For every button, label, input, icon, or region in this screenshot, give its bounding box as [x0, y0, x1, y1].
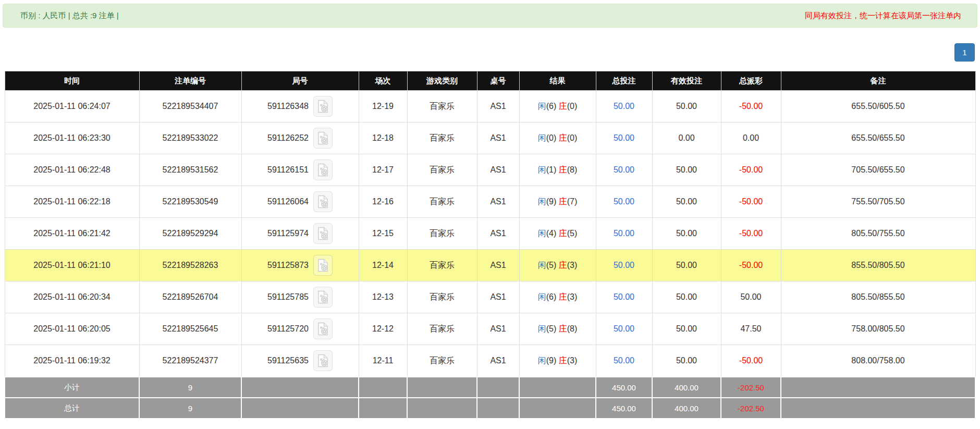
- player-result-score: (6): [546, 292, 557, 301]
- table-row: 2025-01-11 06:22:48 522189531562 5911261…: [5, 154, 975, 186]
- video-replay-button[interactable]: [313, 191, 333, 212]
- table-row: 2025-01-11 06:19:32 522189524377 5911256…: [5, 345, 975, 377]
- col-header-bet-id: 注单编号: [139, 71, 241, 91]
- subtotal-empty-cell: [781, 377, 975, 398]
- subtotal-empty-cell: [359, 377, 407, 398]
- player-result-label: 闲: [538, 229, 546, 238]
- total-bet-link[interactable]: 50.00: [614, 356, 634, 365]
- total-bet-link[interactable]: 50.00: [614, 165, 634, 174]
- cell-total-bet: 50.00: [596, 91, 652, 122]
- cell-valid-bet: 50.00: [652, 345, 721, 377]
- grand-total-row: 总计 9 450.00 400.00 -202.50: [5, 398, 975, 419]
- subtotal-valid-bet: 400.00: [652, 377, 721, 398]
- video-replay-button[interactable]: [313, 287, 333, 308]
- cell-remark: 855.50/805.50: [781, 250, 975, 281]
- cell-valid-bet: 50.00: [652, 186, 721, 218]
- subtotal-empty-cell: [519, 377, 596, 398]
- currency-total-text: 币别 : 人民币 | 总共 :9 注单 |: [20, 11, 119, 21]
- banker-result-label: 庄: [559, 229, 567, 238]
- cell-valid-bet: 50.00: [652, 281, 721, 313]
- player-result-label: 闲: [538, 324, 546, 333]
- cell-time: 2025-01-11 06:23:30: [5, 122, 139, 154]
- cell-time: 2025-01-11 06:22:18: [5, 186, 139, 218]
- banker-result-score: (3): [567, 356, 578, 365]
- cell-result: 闲(5) 庄(8): [519, 313, 596, 345]
- cell-round-id: 591125873: [241, 250, 359, 281]
- col-header-result: 结果: [519, 71, 596, 91]
- cell-result: 闲(6) 庄(0): [519, 91, 596, 122]
- grand-total-empty-cell: [519, 398, 596, 419]
- cell-time: 2025-01-11 06:22:48: [5, 154, 139, 186]
- total-bet-link[interactable]: 50.00: [614, 229, 634, 238]
- banker-result-score: (0): [567, 133, 578, 142]
- cell-bet-id: 522189531562: [139, 154, 241, 186]
- cell-bet-id: 522189524377: [139, 345, 241, 377]
- cell-round-id: 591126252: [241, 122, 359, 154]
- cell-payout: 47.50: [721, 313, 781, 345]
- cell-time: 2025-01-11 06:24:07: [5, 91, 139, 122]
- cell-time: 2025-01-11 06:19:32: [5, 345, 139, 377]
- grand-total-label: 总计: [5, 398, 139, 419]
- cell-bet-id: 522189525645: [139, 313, 241, 345]
- cell-bet-id: 522189530549: [139, 186, 241, 218]
- video-replay-button[interactable]: [313, 318, 333, 339]
- video-replay-button[interactable]: [313, 255, 333, 276]
- total-bet-link[interactable]: 50.00: [614, 261, 634, 269]
- cell-total-bet: 50.00: [596, 250, 652, 281]
- banker-result-label: 庄: [559, 197, 567, 206]
- film-document-icon: [317, 227, 328, 240]
- round-id-text: 591126151: [267, 165, 309, 175]
- total-bet-link[interactable]: 50.00: [614, 292, 634, 301]
- cell-payout: -50.00: [721, 250, 781, 281]
- bet-records-table: 时间 注单编号 局号 场次 游戏类别 桌号 结果 总投注 有效投注 总派彩 备注…: [4, 71, 976, 419]
- cell-session: 12-15: [359, 218, 407, 250]
- grand-total-total-bet: 450.00: [596, 398, 652, 419]
- grand-total-valid-bet: 400.00: [652, 398, 721, 419]
- cell-time: 2025-01-11 06:21:42: [5, 218, 139, 250]
- cell-total-bet: 50.00: [596, 218, 652, 250]
- total-bet-link[interactable]: 50.00: [614, 197, 634, 206]
- table-row: 2025-01-11 06:22:18 522189530549 5911260…: [5, 186, 975, 218]
- cell-session: 12-14: [359, 250, 407, 281]
- table-row: 2025-01-11 06:20:34 522189526704 5911257…: [5, 281, 975, 313]
- banker-result-label: 庄: [559, 356, 567, 365]
- cell-game-type: 百家乐: [407, 154, 477, 186]
- player-result-label: 闲: [538, 356, 546, 365]
- video-replay-button[interactable]: [313, 223, 333, 244]
- total-bet-link[interactable]: 50.00: [614, 102, 634, 111]
- cell-round-id: 591125974: [241, 218, 359, 250]
- cell-remark: 758.00/805.50: [781, 313, 975, 345]
- page-1-button[interactable]: 1: [954, 43, 975, 62]
- total-bet-link[interactable]: 50.00: [614, 324, 634, 333]
- cell-game-type: 百家乐: [407, 250, 477, 281]
- player-result-label: 闲: [538, 165, 546, 174]
- player-result-score: (5): [546, 261, 557, 269]
- film-document-icon: [317, 290, 328, 304]
- table-row: 2025-01-11 06:24:07 522189534407 5911263…: [5, 91, 975, 122]
- currency-summary-bar: 币别 : 人民币 | 总共 :9 注单 | 同局有效投注，统一计算在该局第一张注…: [3, 4, 977, 28]
- table-row: 2025-01-11 06:23:30 522189533022 5911262…: [5, 122, 975, 154]
- cell-round-id: 591126348: [241, 91, 359, 122]
- cell-game-type: 百家乐: [407, 122, 477, 154]
- col-header-payout: 总派彩: [721, 71, 781, 91]
- total-bet-link[interactable]: 50.00: [614, 133, 634, 142]
- player-result-score: (9): [546, 356, 557, 365]
- video-replay-button[interactable]: [313, 350, 333, 371]
- col-header-session: 场次: [359, 71, 407, 91]
- player-result-label: 闲: [538, 102, 546, 111]
- cell-total-bet: 50.00: [596, 345, 652, 377]
- cell-payout: 0.00: [721, 122, 781, 154]
- cell-time: 2025-01-11 06:20:34: [5, 281, 139, 313]
- cell-game-type: 百家乐: [407, 186, 477, 218]
- banker-result-label: 庄: [559, 292, 567, 301]
- video-replay-button[interactable]: [313, 96, 333, 117]
- cell-remark: 805.50/855.50: [781, 281, 975, 313]
- banker-result-score: (3): [567, 292, 578, 301]
- video-replay-button[interactable]: [313, 128, 333, 149]
- banker-result-label: 庄: [559, 324, 567, 333]
- banker-result-score: (5): [567, 229, 578, 238]
- cell-table-no: AS1: [477, 281, 519, 313]
- video-replay-button[interactable]: [313, 160, 333, 180]
- grand-total-empty-cell: [477, 398, 519, 419]
- same-round-notice-text: 同局有效投注，统一计算在该局第一张注单内: [805, 11, 961, 21]
